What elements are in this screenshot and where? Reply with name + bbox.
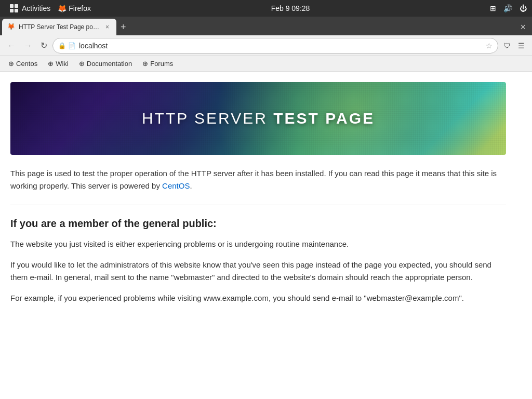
section1-heading: If you are a member of the general publi…: [10, 218, 506, 230]
svg-rect-3: [15, 9, 18, 12]
datetime: Feb 9 09:28: [271, 4, 310, 12]
system-tray: ⊞ 🔊 ⏻: [490, 4, 527, 12]
activities-label: Activities: [22, 4, 50, 12]
forums-icon: ⊕: [142, 60, 148, 68]
bookmark-documentation-label: Documentation: [87, 60, 132, 68]
bookmarks-bar: ⊕ Centos ⊕ Wiki ⊕ Documentation ⊕ Forums: [0, 56, 532, 72]
tab-bar: 🦊 HTTP Server Test Page powe × + ×: [0, 17, 532, 35]
section1-para1: The website you just visited is either e…: [10, 238, 506, 250]
bookmark-centos[interactable]: ⊕ Centos: [4, 58, 42, 69]
reload-button[interactable]: ↻: [37, 37, 50, 54]
tab-close-button[interactable]: ×: [103, 22, 111, 32]
hero-title-bold: TEST PAGE: [273, 110, 375, 127]
svg-rect-0: [10, 4, 14, 8]
volume-icon[interactable]: 🔊: [503, 4, 512, 12]
centos-link[interactable]: CentOS: [162, 181, 190, 190]
firefox-label: 🦊 Firefox: [58, 4, 91, 12]
bookmark-icon[interactable]: ☆: [486, 42, 493, 50]
svg-rect-1: [15, 4, 18, 8]
section1-para3: For example, if you experienced problems…: [10, 292, 506, 304]
intro-paragraph: This page is used to test the proper ope…: [10, 167, 506, 192]
hero-title-normal: HTTP SERVER: [142, 110, 273, 127]
security-icons: 🔒 📄: [58, 42, 76, 49]
documentation-icon: ⊕: [79, 60, 85, 68]
nav-right-icons: 🛡 ☰: [500, 38, 528, 53]
window-close-button[interactable]: ×: [516, 20, 530, 35]
tab-favicon: 🦊: [7, 23, 16, 31]
hero-title: HTTP SERVER TEST PAGE: [142, 110, 375, 127]
hero-banner: HTTP SERVER TEST PAGE: [10, 82, 506, 155]
bookmark-documentation[interactable]: ⊕ Documentation: [75, 58, 136, 69]
lock-icon: 🔒: [58, 42, 66, 49]
bookmark-wiki-label: Wiki: [56, 60, 69, 68]
menu-button[interactable]: ☰: [515, 38, 528, 53]
svg-rect-2: [10, 9, 14, 12]
url-text: localhost: [79, 42, 483, 50]
forward-button[interactable]: →: [21, 38, 35, 54]
system-bar: Activities 🦊 Firefox Feb 9 09:28 ⊞ 🔊 ⏻: [0, 0, 532, 17]
tab-title: HTTP Server Test Page powe: [19, 23, 100, 31]
active-tab[interactable]: 🦊 HTTP Server Test Page powe ×: [2, 19, 116, 35]
new-tab-button[interactable]: +: [116, 19, 130, 35]
bookmark-forums-label: Forums: [150, 60, 173, 68]
centos-icon: ⊕: [8, 60, 14, 68]
section1-para2: If you would like to let the administrat…: [10, 259, 506, 284]
system-bar-left: Activities 🦊 Firefox: [5, 2, 91, 15]
page-icon: 📄: [68, 42, 76, 49]
bookmark-centos-label: Centos: [16, 60, 37, 68]
section-divider: [10, 205, 506, 205]
page-content: HTTP SERVER TEST PAGE This page is used …: [0, 72, 532, 399]
address-bar[interactable]: 🔒 📄 localhost ☆: [52, 38, 498, 54]
shield-button[interactable]: 🛡: [500, 38, 514, 53]
network-icon[interactable]: ⊞: [490, 4, 496, 12]
back-button[interactable]: ←: [4, 38, 19, 54]
nav-bar: ← → ↻ 🔒 📄 localhost ☆ 🛡 ☰: [0, 35, 532, 56]
intro-text: This page is used to test the proper ope…: [10, 169, 497, 190]
activities-button[interactable]: Activities: [5, 2, 55, 15]
power-icon[interactable]: ⏻: [520, 4, 527, 12]
bookmark-forums[interactable]: ⊕ Forums: [138, 58, 177, 69]
activities-icon: [9, 4, 19, 13]
bookmark-wiki[interactable]: ⊕ Wiki: [44, 58, 73, 69]
wiki-icon: ⊕: [48, 60, 54, 68]
